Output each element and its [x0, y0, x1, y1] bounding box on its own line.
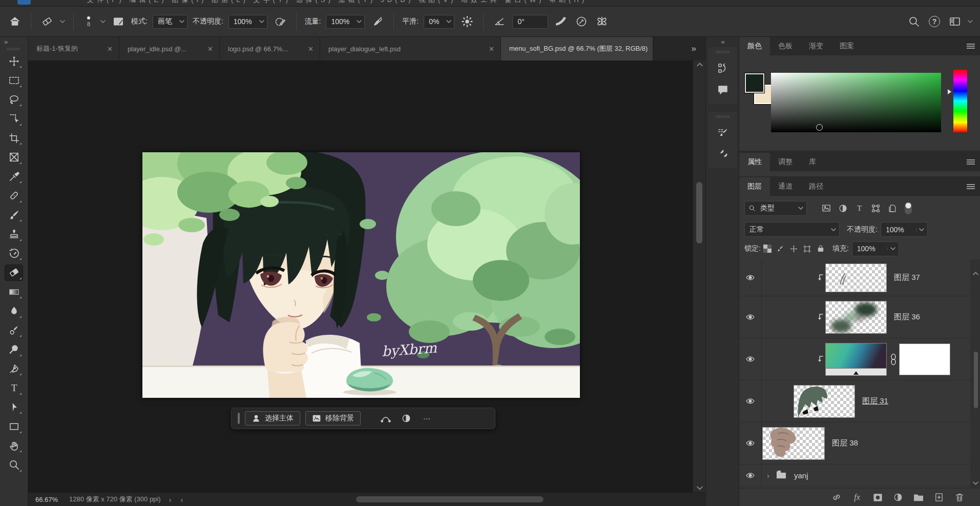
scroll-left-icon[interactable]: ‹ [181, 495, 183, 504]
layers-scrollbar[interactable] [971, 259, 980, 488]
close-icon[interactable]: ✕ [207, 45, 213, 53]
filter-adjustment-layers-icon[interactable] [835, 204, 851, 213]
move-tool[interactable] [5, 53, 23, 69]
layer-name[interactable]: 图层 31 [862, 396, 888, 406]
tab-overflow-icon[interactable]: » [682, 44, 705, 54]
smoothing-select[interactable]: 0% [424, 15, 454, 29]
layer-styles-icon[interactable]: fx [848, 491, 866, 504]
tab-adjustments[interactable]: 调整 [770, 153, 801, 171]
scroll-up-icon[interactable] [973, 272, 978, 275]
toolbar-grip[interactable] [7, 48, 20, 50]
opacity-select[interactable]: 100% [228, 15, 267, 29]
tab-paths[interactable]: 路径 [801, 177, 831, 196]
tab-properties[interactable]: 属性 [739, 153, 770, 171]
dodge-tool[interactable] [5, 342, 23, 357]
layer-thumbnail[interactable] [825, 264, 887, 292]
status-expand-icon[interactable]: › [169, 495, 172, 504]
lock-transparency-icon[interactable] [761, 245, 774, 253]
canvas-area[interactable]: byXbrm 选择主体 移除背景 ··· [28, 60, 693, 492]
layer-thumbnail[interactable] [825, 301, 887, 334]
transform-curve-icon[interactable] [378, 411, 393, 426]
group-name[interactable]: yanj [794, 471, 808, 480]
type-tool[interactable]: T [5, 380, 23, 396]
tab-layers[interactable]: 图层 [739, 177, 770, 196]
close-icon[interactable]: ✕ [107, 45, 113, 53]
pressure-size-icon[interactable] [553, 14, 569, 29]
visibility-toggle[interactable] [739, 380, 762, 422]
filter-shape-layers-icon[interactable] [867, 204, 884, 213]
document-tab[interactable]: 标题-1-恢复的✕ [28, 37, 119, 60]
visibility-toggle[interactable] [739, 338, 762, 380]
pressure-opacity-icon[interactable] [273, 14, 288, 29]
vertical-scroll-thumb[interactable] [696, 182, 702, 244]
visibility-toggle[interactable] [739, 259, 762, 296]
tab-swatches[interactable]: 色板 [770, 37, 801, 55]
gradient-tool[interactable] [5, 284, 23, 299]
visibility-toggle[interactable] [739, 422, 762, 464]
blur-tool[interactable] [5, 303, 23, 319]
tab-patterns[interactable]: 图案 [831, 37, 862, 55]
visibility-toggle[interactable] [739, 296, 762, 338]
layer-row[interactable]: 图层 37 [739, 259, 971, 296]
delete-layer-icon[interactable] [950, 491, 969, 504]
link-layers-icon[interactable] [827, 491, 846, 504]
close-icon[interactable]: ✕ [653, 45, 653, 53]
document-tab[interactable]: player_dialogue_left.psd✕ [320, 37, 501, 60]
rectangle-tool[interactable] [5, 419, 23, 434]
document-tab[interactable]: player_idle.psd @...✕ [119, 37, 220, 60]
adjustment-icon[interactable] [399, 411, 414, 426]
hand-tool[interactable] [5, 438, 23, 453]
history-brush-tool[interactable] [5, 246, 23, 261]
hue-slider[interactable] [953, 70, 967, 132]
mask-link-icon[interactable] [890, 353, 897, 366]
symmetry-butterfly-icon[interactable] [594, 14, 610, 29]
crop-tool[interactable] [5, 130, 23, 146]
close-icon[interactable]: ✕ [308, 45, 314, 53]
filter-smart-objects-icon[interactable] [884, 204, 900, 213]
scroll-up-icon[interactable] [693, 63, 706, 67]
layer-row[interactable]: 图层 38 [739, 422, 971, 464]
filter-toggle-switch[interactable] [900, 201, 916, 215]
layer-name[interactable]: 图层 37 [894, 273, 920, 282]
flow-select[interactable]: 100% [326, 15, 365, 29]
foreground-color-swatch[interactable] [744, 73, 765, 93]
layer-row[interactable]: 图层 36 [739, 296, 971, 338]
eraser-tool[interactable] [5, 265, 23, 280]
mode-select[interactable]: 画笔 [153, 15, 187, 29]
tab-libraries[interactable]: 库 [801, 153, 824, 171]
chevron-down-icon[interactable] [60, 20, 65, 23]
close-icon[interactable]: ✕ [489, 45, 494, 53]
panel-menu-icon[interactable] [967, 159, 975, 165]
workspace-switcher-icon[interactable] [947, 14, 963, 29]
smoothing-options-gear-icon[interactable] [460, 14, 475, 29]
burn-tool[interactable] [5, 322, 23, 338]
add-mask-icon[interactable] [868, 491, 887, 504]
brush-settings-panel-toggle-icon[interactable] [111, 14, 126, 29]
clone-stamp-tool[interactable] [5, 227, 23, 242]
scroll-down-icon[interactable] [693, 486, 706, 490]
help-icon[interactable]: ? [927, 14, 942, 29]
remove-background-button[interactable]: 移除背景 [305, 411, 361, 426]
lock-all-icon[interactable] [814, 245, 827, 253]
rectangular-marquee-tool[interactable] [5, 73, 23, 88]
layer-thumbnail[interactable] [762, 427, 825, 460]
angle-input[interactable]: 0° [512, 15, 548, 29]
eraser-preset-icon[interactable] [39, 14, 55, 29]
lock-pixels-icon[interactable] [774, 245, 787, 253]
home-icon[interactable] [7, 14, 23, 29]
panel-menu-icon[interactable] [967, 184, 975, 189]
layer-fill-select[interactable]: 100% [852, 241, 899, 256]
airbrush-icon[interactable] [370, 14, 385, 29]
tab-color[interactable]: 颜色 [739, 37, 770, 55]
lock-artboard-icon[interactable] [801, 245, 814, 253]
horizontal-scroll-thumb[interactable] [356, 496, 544, 502]
eyedropper-tool[interactable] [5, 169, 23, 184]
brush-settings-icon[interactable] [713, 123, 733, 143]
filter-pixel-layers-icon[interactable] [818, 203, 835, 213]
lock-position-icon[interactable] [787, 245, 801, 253]
document-tab-active[interactable]: menu_sofi_BG.psd @ 66.7% (图层 32, RGB/8)✕ [501, 37, 653, 60]
brush-preset-picker[interactable]: 8 [82, 11, 95, 32]
layer-opacity-select[interactable]: 100% [881, 222, 928, 237]
lasso-tool[interactable] [5, 92, 23, 107]
document-tab[interactable]: logo.psd @ 66.7%...✕ [220, 37, 320, 60]
